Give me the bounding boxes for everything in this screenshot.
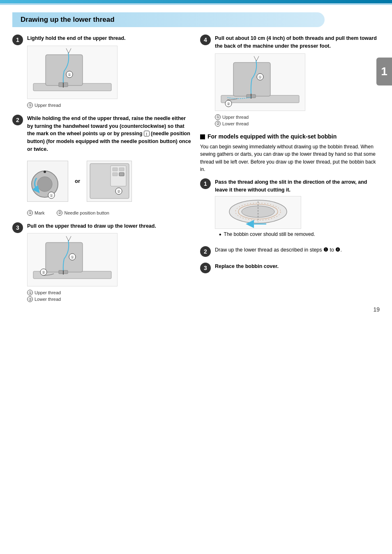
section-title: Drawing up the lower thread <box>21 16 115 24</box>
step-1-caption: ① Upper thread <box>27 102 192 108</box>
step-1-diagram: ① ╲╱ <box>27 46 118 99</box>
bullet-icon: • <box>219 231 221 238</box>
step-3: 3 Pull on the upper thread to draw up th… <box>12 222 192 303</box>
svg-text:①: ① <box>258 75 262 79</box>
or-section: ① or <box>27 157 192 205</box>
second-bar <box>0 3 392 5</box>
quick-step-1-diagram <box>215 196 301 229</box>
step-1-content: Lightly hold the end of the upper thread… <box>27 35 192 109</box>
quick-step-2: 2 Draw up the lower thread as described … <box>200 246 380 257</box>
step-3-caption2: ② Lower thread <box>27 296 192 302</box>
step-4: 4 Pull out about 10 cm (4 inch) of both … <box>200 35 380 127</box>
svg-text:╲╱: ╲╱ <box>66 236 71 241</box>
black-square-icon <box>200 134 205 139</box>
step-2: 2 While holding the end of the upper thr… <box>12 115 192 217</box>
chapter-tab: 1 <box>376 58 392 85</box>
svg-point-9 <box>44 171 46 173</box>
quick-step-1: 1 Pass the thread along the slit in the … <box>200 178 380 241</box>
step-2-content: While holding the end of the upper threa… <box>27 115 192 217</box>
quick-step-1-bullet: • The bobbin cover should still be remov… <box>219 231 380 238</box>
svg-rect-14 <box>113 168 118 171</box>
step-1: 1 Lightly hold the end of the upper thre… <box>12 35 192 109</box>
step-4-caption1: ① Upper thread <box>215 114 380 120</box>
quick-set-heading: For models equipped with the quick-set b… <box>200 133 380 140</box>
step-4-caption2: ② Lower thread <box>215 121 380 127</box>
quick-step-2-text: Draw up the lower thread as described in… <box>215 246 380 254</box>
step-2-number: 2 <box>12 115 23 125</box>
svg-rect-21 <box>46 242 83 272</box>
two-columns: 1 Lightly hold the end of the upper thre… <box>12 35 380 309</box>
left-column: 1 Lightly hold the end of the upper thre… <box>12 35 192 309</box>
svg-point-8 <box>37 177 52 192</box>
quick-step-1-content: Pass the thread along the slit in the di… <box>215 178 380 241</box>
right-column: 4 Pull out about 10 cm (4 inch) of both … <box>200 35 380 309</box>
main-content: Drawing up the lower thread 1 1 Lightly … <box>0 8 392 321</box>
step-4-diagram: ① ② ╲╱ <box>215 53 305 111</box>
step-3-diagram: ① ② ╲╱ <box>27 233 118 286</box>
svg-rect-29 <box>221 95 299 103</box>
step-3-caption1: ① Upper thread <box>27 290 192 295</box>
step-3-text: Pull on the upper thread to draw up the … <box>27 222 192 230</box>
step-4-number: 4 <box>200 35 211 45</box>
step-2-text: While holding the end of the upper threa… <box>27 115 192 153</box>
svg-text:①: ① <box>68 73 71 77</box>
svg-text:②: ② <box>42 270 45 275</box>
step-1-text: Lightly hold the end of the upper thread… <box>27 35 192 42</box>
quick-step-1-text: Pass the thread along the slit in the di… <box>215 178 380 194</box>
step-4-content: Pull out about 10 cm (4 inch) of both th… <box>215 35 380 127</box>
svg-text:╲╱: ╲╱ <box>66 48 71 53</box>
or-text: or <box>75 178 80 184</box>
section-header: Drawing up the lower thread <box>12 12 325 27</box>
step-3-number: 3 <box>12 222 23 233</box>
step-1-number: 1 <box>12 35 23 45</box>
quick-step-3-text: Replace the bobbin cover. <box>215 263 380 270</box>
quick-set-paragraph: You can begin sewing immediately without… <box>200 143 380 173</box>
quick-step-2-number: 2 <box>200 246 211 257</box>
handwheel-diagram: ① <box>27 161 68 202</box>
svg-rect-1 <box>46 55 83 85</box>
needle-button-diagram: ② <box>87 161 132 202</box>
step-3-content: Pull on the upper thread to draw up the … <box>27 222 192 303</box>
quick-step-3: 3 Replace the bobbin cover. <box>200 263 380 273</box>
quick-step-1-number: 1 <box>200 178 211 189</box>
svg-text:╲╱: ╲╱ <box>254 56 259 61</box>
step-2-captions: ① Mark ② Needle position button <box>27 209 192 217</box>
svg-text:①: ① <box>71 255 74 259</box>
svg-text:①: ① <box>50 194 53 198</box>
svg-rect-17 <box>119 173 124 176</box>
svg-text:②: ② <box>117 189 120 194</box>
quick-step-3-content: Replace the bobbin cover. <box>215 263 380 273</box>
quick-step-2-content: Draw up the lower thread as described in… <box>215 246 380 257</box>
step-4-text: Pull out about 10 cm (4 inch) of both th… <box>215 35 380 50</box>
svg-rect-15 <box>119 168 124 171</box>
svg-rect-16 <box>113 173 118 176</box>
svg-text:②: ② <box>227 102 230 106</box>
top-blue-bar <box>0 0 392 3</box>
page-number: 19 <box>373 306 380 313</box>
quick-step-3-number: 3 <box>200 263 211 273</box>
